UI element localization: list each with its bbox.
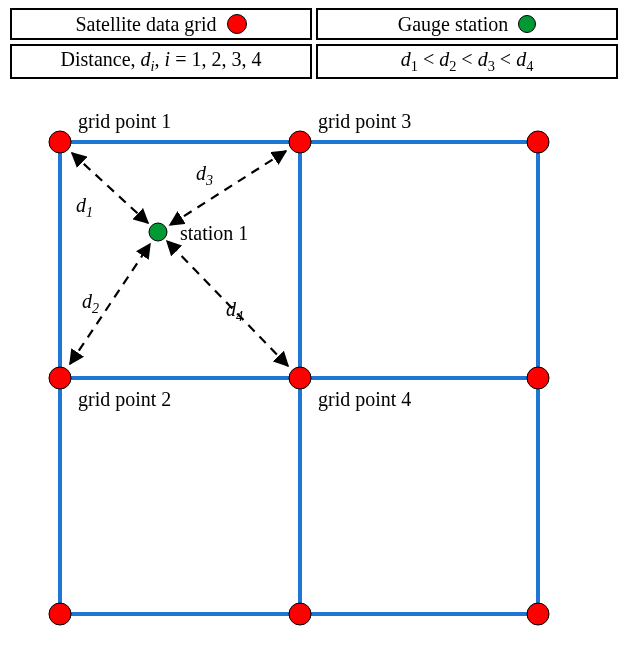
grid-node (49, 603, 71, 625)
distance-lines (70, 151, 288, 366)
label-gp3: grid point 3 (318, 110, 411, 133)
label-station: station 1 (180, 222, 248, 244)
label-gp1: grid point 1 (78, 110, 171, 133)
label-d3: d3 (196, 162, 213, 188)
label-gp4: grid point 4 (318, 388, 411, 411)
label-d2: d2 (82, 290, 99, 316)
grid-point-4 (289, 367, 311, 389)
grid-node (527, 131, 549, 153)
label-gp2: grid point 2 (78, 388, 171, 411)
label-d1: d1 (76, 194, 93, 220)
station-1 (149, 223, 167, 241)
diagram-labels: grid point 1 grid point 2 grid point 3 g… (76, 110, 411, 411)
grid-point-2 (49, 367, 71, 389)
label-d4: d4 (226, 298, 243, 324)
grid-diagram: grid point 1 grid point 2 grid point 3 g… (0, 0, 630, 646)
grid-node (527, 603, 549, 625)
page: Satellite data grid Gauge station Distan… (0, 0, 630, 646)
svg-line-8 (170, 151, 286, 225)
grid-point-1 (49, 131, 71, 153)
grid-node (289, 603, 311, 625)
grid-node (527, 367, 549, 389)
grid-point-3 (289, 131, 311, 153)
